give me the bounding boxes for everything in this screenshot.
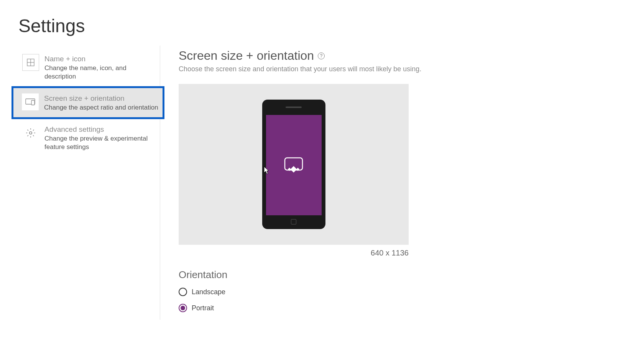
radio-unchecked-icon — [179, 288, 187, 296]
gear-icon — [22, 124, 39, 141]
sidebar-item-advanced[interactable]: Advanced settings Change the preview & e… — [18, 119, 160, 157]
radio-checked-icon — [179, 304, 187, 312]
screen-dimensions: 640 x 1136 — [179, 249, 409, 257]
phone-speaker — [286, 106, 302, 108]
svg-rect-4 — [31, 100, 34, 105]
sidebar-item-screen-size[interactable]: Screen size + orientation Change the asp… — [12, 86, 164, 119]
preview-area — [179, 84, 409, 245]
page-title: Settings — [18, 15, 644, 36]
svg-point-5 — [30, 132, 32, 134]
svg-rect-7 — [291, 166, 297, 173]
sidebar-item-title: Screen size + orientation — [44, 94, 158, 103]
sidebar-item-description: Change the aspect ratio and orientation — [44, 103, 158, 112]
help-icon[interactable]: ? — [318, 52, 325, 59]
sidebar-item-title: Advanced settings — [44, 125, 156, 134]
orientation-landscape[interactable]: Landscape — [179, 288, 644, 296]
powerapps-icon — [284, 157, 303, 173]
sidebar-item-description: Change the name, icon, and description — [44, 64, 156, 81]
content-title: Screen size + orientation — [179, 49, 314, 63]
content-panel: Screen size + orientation ? Choose the s… — [160, 46, 644, 320]
orientation-portrait[interactable]: Portrait — [179, 304, 644, 312]
sidebar-item-title: Name + icon — [44, 55, 156, 63]
radio-label: Landscape — [192, 288, 225, 296]
screen-icon — [22, 93, 39, 110]
phone-home-button — [291, 219, 296, 224]
sidebar-item-name-icon[interactable]: Name + icon Change the name, icon, and d… — [18, 49, 160, 86]
content-subtitle: Choose the screen size and orientation t… — [179, 65, 644, 73]
settings-sidebar: Name + icon Change the name, icon, and d… — [18, 46, 160, 320]
grid-icon — [22, 54, 39, 71]
phone-screen — [266, 115, 322, 215]
phone-preview — [262, 100, 325, 229]
sidebar-item-description: Change the preview & experimental featur… — [44, 134, 156, 151]
radio-label: Portrait — [192, 304, 214, 312]
orientation-heading: Orientation — [179, 269, 644, 281]
